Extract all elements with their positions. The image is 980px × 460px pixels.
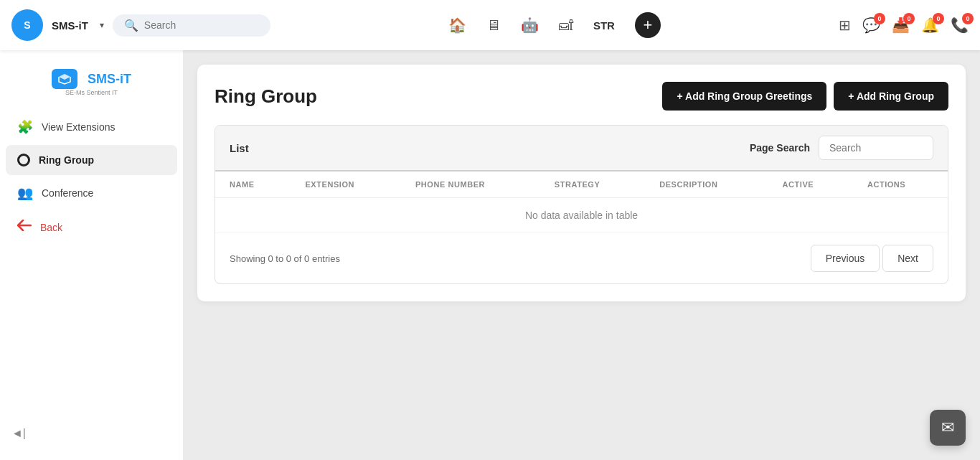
pagination-bar: Showing 0 to 0 of 0 entries Previous Nex… (215, 233, 948, 283)
sidebar-item-ring-group[interactable]: Ring Group (6, 145, 177, 175)
content-header: Ring Group + Add Ring Group Greetings + … (215, 82, 948, 111)
col-actions: ACTIONS (853, 172, 948, 198)
col-extension: EXTENSION (291, 172, 400, 198)
add-ring-group-button[interactable]: + Add Ring Group (834, 82, 948, 111)
content-area: Ring Group + Add Ring Group Greetings + … (183, 50, 980, 460)
sidebar-label-ring-group: Ring Group (39, 154, 94, 166)
list-panel: List Page Search NAME EXTENSION PHONE NU… (215, 125, 948, 284)
home-icon[interactable]: 🏠 (448, 17, 466, 34)
sidebar-item-view-extensions[interactable]: 🧩 View Extensions (6, 111, 177, 144)
nav-right-icons: ⊞ 💬0 📥0 🔔0 📞0 (839, 17, 969, 34)
add-ring-group-greetings-button[interactable]: + Add Ring Group Greetings (662, 82, 826, 111)
page-title: Ring Group (215, 85, 317, 108)
inbox-notif-icon[interactable]: 📥0 (892, 17, 910, 34)
nav-center-icons: 🏠 🖥 🤖 🛋 STR + (279, 12, 830, 38)
puzzle-icon: 🧩 (17, 119, 33, 135)
sidebar-collapse-button[interactable]: ◄| (0, 418, 183, 449)
top-search-input[interactable] (144, 19, 259, 31)
col-description: DESCRIPTION (645, 172, 768, 198)
empty-message: No data available in table (215, 198, 948, 233)
col-active: ACTIVE (768, 172, 853, 198)
phone-notif-icon[interactable]: 📞0 (951, 17, 969, 34)
top-navigation: S SMS-iT ▾ 🔍 🏠 🖥 🤖 🛋 STR + ⊞ 💬0 📥0 🔔0 📞0 (0, 0, 980, 50)
brand-dropdown[interactable]: ▾ (100, 20, 104, 30)
sidebar-item-back[interactable]: Back (6, 211, 177, 243)
sidebar-nav: 🧩 View Extensions Ring Group 👥 Conferenc… (0, 111, 183, 418)
add-button[interactable]: + (635, 12, 661, 38)
brand-name: SMS-iT (52, 19, 88, 32)
list-header: List Page Search (215, 126, 948, 172)
logo-subtitle: SE-Ms Sentient IT (65, 89, 118, 96)
sidebar-label-conference: Conference (42, 187, 93, 199)
list-label: List (230, 142, 249, 154)
col-strategy: STRATEGY (540, 172, 645, 198)
col-phone: PHONE NUMBER (401, 172, 540, 198)
page-search-area: Page Search (750, 136, 933, 160)
page-search-input[interactable] (819, 136, 933, 160)
bell-notif-icon[interactable]: 🔔0 (921, 17, 939, 34)
chat-notif-icon[interactable]: 💬0 (862, 17, 880, 34)
header-buttons: + Add Ring Group Greetings + Add Ring Gr… (662, 82, 948, 111)
bot-icon[interactable]: 🤖 (521, 17, 539, 34)
pagination-buttons: Previous Next (811, 245, 933, 272)
sidebar-logo: SMS-iT SE-Ms Sentient IT (0, 62, 183, 111)
sidebar-item-conference[interactable]: 👥 Conference (6, 177, 177, 210)
showing-text: Showing 0 to 0 of 0 entries (230, 253, 340, 264)
previous-button[interactable]: Previous (811, 245, 880, 272)
sidebar-label-view-extensions: View Extensions (42, 121, 115, 133)
sidebar: SMS-iT SE-Ms Sentient IT 🧩 View Extensio… (0, 50, 183, 460)
logo-icon (52, 69, 77, 89)
conference-icon: 👥 (17, 185, 33, 201)
table-empty-row: No data available in table (215, 198, 948, 233)
monitor-icon[interactable]: 🖥 (486, 17, 501, 34)
data-table: NAME EXTENSION PHONE NUMBER STRATEGY DES… (215, 172, 948, 233)
ring-group-icon (17, 154, 30, 166)
sidebar-label-back: Back (40, 222, 62, 233)
str-label: STR (593, 19, 615, 32)
service-icon[interactable]: 🛋 (559, 17, 573, 34)
content-card: Ring Group + Add Ring Group Greetings + … (197, 65, 966, 301)
main-layout: SMS-iT SE-Ms Sentient IT 🧩 View Extensio… (0, 50, 980, 460)
next-button[interactable]: Next (882, 245, 933, 272)
chat-fab-button[interactable]: ✉ (930, 410, 966, 446)
brand-avatar: S (11, 9, 43, 41)
grid-icon[interactable]: ⊞ (839, 17, 851, 34)
back-icon (17, 220, 32, 235)
top-search-bar[interactable]: 🔍 (113, 14, 270, 37)
logo-text: SMS-iT (88, 72, 131, 87)
page-search-label: Page Search (750, 142, 810, 154)
col-name: NAME (215, 172, 291, 198)
search-icon: 🔍 (124, 19, 138, 32)
table-header-row: NAME EXTENSION PHONE NUMBER STRATEGY DES… (215, 172, 948, 198)
